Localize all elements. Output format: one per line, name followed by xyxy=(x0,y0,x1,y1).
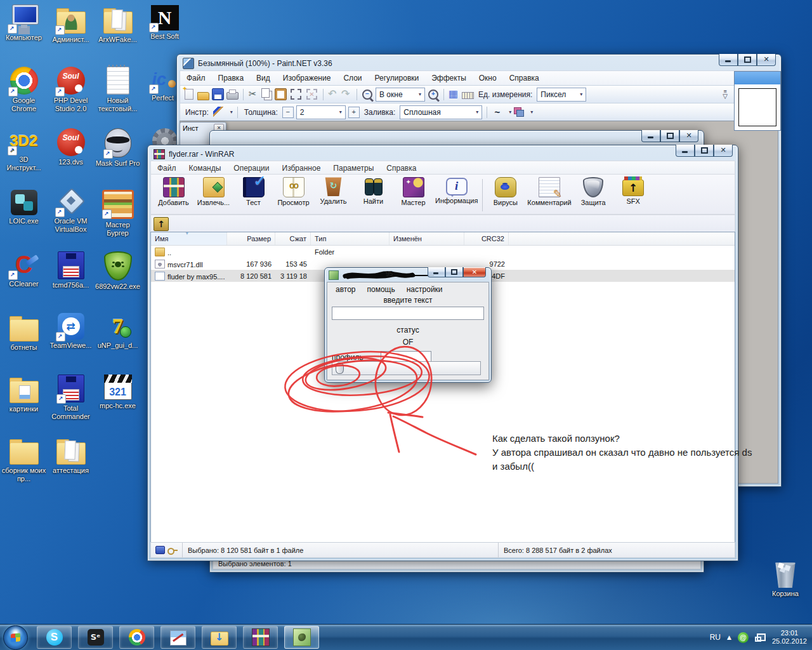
paint-menu-item[interactable]: Справка xyxy=(503,72,546,84)
sfx-button[interactable]: SFX xyxy=(613,176,653,205)
desktop-icon[interactable]: PHP Devel Studio 2.0 xyxy=(48,67,93,113)
chevron-down-icon[interactable]: ▾ xyxy=(530,109,533,115)
funnel-icon[interactable]: ≡▽ xyxy=(723,90,728,99)
winrar-menu-item[interactable]: Параметры xyxy=(327,162,380,175)
brush-tool-icon[interactable] xyxy=(213,107,224,117)
desktop-icon[interactable]: TeamViewe... xyxy=(48,313,93,350)
paintnet-titlebar[interactable]: Безымянный (100%) - Paint.NET v3.36 xyxy=(177,55,781,70)
width-select[interactable]: 2 ▾ xyxy=(296,105,346,119)
dialog-menu-item[interactable]: настройки xyxy=(401,284,449,295)
paste-icon[interactable] xyxy=(275,88,287,100)
desktop-icon[interactable]: 123.dvs xyxy=(48,128,93,166)
test-button[interactable]: Тест xyxy=(233,176,273,206)
cut-icon[interactable] xyxy=(248,89,259,100)
taskbar-button-winrar[interactable] xyxy=(243,626,278,649)
maximize-button[interactable] xyxy=(445,267,463,277)
close-button[interactable]: ✕ xyxy=(757,54,776,66)
save-icon[interactable] xyxy=(212,88,224,100)
desktop-icon[interactable]: Best Soft xyxy=(142,5,187,41)
close-button[interactable]: ✕ xyxy=(714,145,733,157)
desktop-icon[interactable]: ботнеты xyxy=(1,313,46,352)
add-button[interactable]: Добавить xyxy=(154,176,193,206)
desktop-icon[interactable]: uNP_gui_d... xyxy=(95,313,140,350)
fill-select[interactable]: Сплошная ▾ xyxy=(400,105,482,119)
desktop-icon[interactable]: Mask Surf Pro xyxy=(95,128,140,168)
up-directory-button[interactable]: ↑ xyxy=(154,217,169,231)
winrar-menu-item[interactable]: Справка xyxy=(380,162,422,175)
slider-thumb[interactable] xyxy=(336,362,344,374)
chevron-down-icon[interactable]: ▾ xyxy=(509,109,511,115)
crop-icon[interactable] xyxy=(291,89,301,100)
desktop-icon[interactable]: Google Chrome xyxy=(1,67,46,113)
paint-menu-item[interactable]: Файл xyxy=(180,72,212,84)
new-file-icon[interactable] xyxy=(185,89,193,100)
line-style-icon[interactable]: ~ xyxy=(492,107,502,117)
desktop-icon[interactable]: Новый текстовый... xyxy=(95,67,140,113)
maximize-button[interactable] xyxy=(738,54,757,66)
width-decrease-button[interactable]: − xyxy=(282,107,294,118)
desktop-icon[interactable]: сборник моих пр... xyxy=(1,436,46,483)
minimize-button[interactable] xyxy=(641,130,660,142)
winrar-titlebar[interactable]: flyder.rar - WinRAR xyxy=(148,145,738,161)
minimize-button[interactable] xyxy=(676,145,695,157)
chevron-down-icon[interactable]: ▾ xyxy=(230,109,233,115)
column-header[interactable]: Имя xyxy=(151,232,227,245)
protect-button[interactable]: Защита xyxy=(573,176,613,206)
winrar-menu-item[interactable]: Избранное xyxy=(276,162,327,175)
taskbar-button-photo[interactable] xyxy=(284,626,319,649)
desktop-icon[interactable]: аттестация xyxy=(48,436,93,475)
extract-button[interactable]: Извлечь... xyxy=(193,176,233,206)
network-tray-icon[interactable] xyxy=(755,633,766,642)
maximize-button[interactable] xyxy=(695,145,714,157)
paint-menu-item[interactable]: Правка xyxy=(212,72,251,84)
dialog-menu-item[interactable]: автор xyxy=(330,284,362,295)
text-input[interactable] xyxy=(332,307,484,320)
close-button[interactable]: ✕ xyxy=(463,267,486,277)
desktop-icon[interactable]: CCleaner xyxy=(1,251,46,288)
column-header[interactable]: Тип xyxy=(311,232,390,245)
desktop-icon[interactable]: tcmd756a... xyxy=(48,251,93,289)
paint-menu-item[interactable]: Регулировки xyxy=(369,72,426,84)
desktop-icon[interactable]: Админист... xyxy=(48,5,93,44)
taskbar-button-downloads-folder[interactable] xyxy=(202,626,237,649)
language-indicator[interactable]: RU xyxy=(710,633,721,642)
virus-button[interactable]: Вирусы xyxy=(485,176,525,206)
wizard-button[interactable]: Мастер xyxy=(393,176,433,206)
winrar-menu-item[interactable]: Команды xyxy=(183,162,228,175)
ruler-icon[interactable] xyxy=(462,92,474,99)
find-button[interactable]: Найти xyxy=(353,176,393,205)
grid-icon[interactable] xyxy=(449,89,459,100)
comment-button[interactable]: Комментарий xyxy=(525,176,573,206)
minimize-button[interactable] xyxy=(719,54,738,66)
undo-icon[interactable] xyxy=(328,89,339,100)
column-header[interactable]: Сжат xyxy=(275,232,311,245)
taskbar-button-se[interactable] xyxy=(78,626,113,649)
desktop-icon[interactable]: Oracle VM VirtualBox xyxy=(48,190,93,234)
deselect-icon[interactable] xyxy=(306,89,317,100)
copy-icon[interactable] xyxy=(261,88,270,98)
recycle-bin-icon[interactable]: Корзина xyxy=(765,561,806,598)
redo-icon[interactable] xyxy=(341,89,352,100)
view-button[interactable]: Просмотр xyxy=(273,176,313,206)
paint-menu-item[interactable]: Вид xyxy=(250,72,277,84)
dialog-menu-item[interactable]: помощь xyxy=(362,284,401,295)
start-button[interactable] xyxy=(3,625,28,650)
paint-menu-item[interactable]: Окно xyxy=(473,72,503,84)
clock[interactable]: 23:01 25.02.2012 xyxy=(772,629,807,646)
taskbar-button-skype[interactable] xyxy=(37,626,72,649)
desktop-icon[interactable]: Total Commander xyxy=(48,375,93,421)
close-button[interactable]: ✕ xyxy=(679,130,698,142)
width-increase-button[interactable]: + xyxy=(348,107,360,118)
zoom-in-icon[interactable]: + xyxy=(428,90,438,100)
delete-button[interactable]: Удалить xyxy=(313,176,353,205)
image-list-popup[interactable] xyxy=(734,71,781,131)
messenger-tray-icon[interactable]: @ xyxy=(738,632,749,643)
maximize-button[interactable] xyxy=(660,130,679,142)
print-icon[interactable] xyxy=(226,92,239,100)
blend-mode-icon[interactable] xyxy=(514,107,524,117)
image-thumbnail[interactable] xyxy=(738,88,776,126)
desktop-icon[interactable]: ArxWFake... xyxy=(95,5,140,44)
taskbar-button-chrome[interactable] xyxy=(119,626,154,649)
taskbar-button-paintnet[interactable] xyxy=(160,626,195,649)
desktop-icon[interactable]: mpc-hc.exe xyxy=(95,375,140,410)
